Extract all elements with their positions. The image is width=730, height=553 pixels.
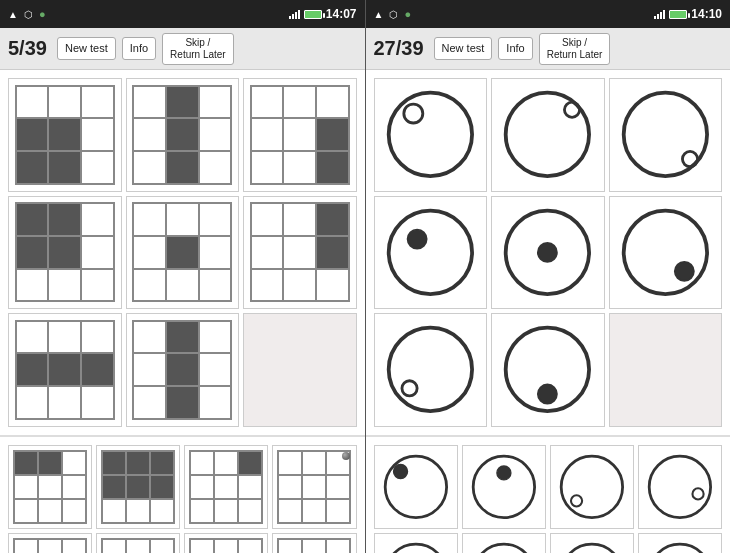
circle-answer-1[interactable] bbox=[374, 445, 458, 529]
answer-cell-7[interactable] bbox=[184, 533, 268, 553]
grid-pattern-5 bbox=[132, 202, 232, 302]
svg-point-24 bbox=[385, 544, 446, 553]
matrix-cell-3-3-empty bbox=[243, 313, 357, 427]
svg-point-10 bbox=[624, 211, 707, 294]
svg-point-15 bbox=[538, 385, 557, 404]
svg-point-9 bbox=[538, 243, 557, 262]
circle-answer-4[interactable] bbox=[638, 445, 722, 529]
circle-answer-5[interactable] bbox=[374, 533, 458, 553]
battery-icon-1 bbox=[304, 10, 322, 19]
svg-point-5 bbox=[682, 152, 697, 167]
svg-point-12 bbox=[389, 328, 472, 411]
svg-point-16 bbox=[385, 456, 446, 517]
battery-icon-2 bbox=[669, 10, 687, 19]
svg-point-19 bbox=[497, 466, 511, 480]
signal-icon-1 bbox=[289, 10, 300, 19]
matrix-cell-1-3 bbox=[243, 78, 357, 192]
grid-pattern-4 bbox=[15, 202, 115, 302]
status-right-1: 14:07 bbox=[289, 7, 357, 21]
matrix-cell-1-1 bbox=[8, 78, 122, 192]
svg-point-17 bbox=[393, 464, 407, 478]
status-right-2: 14:10 bbox=[654, 7, 722, 21]
answers-grid-1 bbox=[0, 437, 365, 554]
status-bar-2: ▲ ⬡ ● 14:10 bbox=[366, 0, 731, 28]
skip-button-1[interactable]: Skip / Return Later bbox=[162, 33, 234, 65]
svg-point-26 bbox=[473, 544, 534, 553]
time-display-2: 14:10 bbox=[691, 7, 722, 21]
svg-point-1 bbox=[404, 104, 423, 123]
grid-pattern-3 bbox=[250, 85, 350, 185]
circle-cell-3-1 bbox=[374, 313, 488, 427]
selected-indicator bbox=[342, 452, 350, 460]
svg-point-0 bbox=[389, 93, 472, 176]
matrix-grid-2 bbox=[366, 70, 731, 437]
answers-grid-2 bbox=[366, 437, 731, 554]
skip-button-2[interactable]: Skip / Return Later bbox=[539, 33, 611, 65]
matrix-cell-2-1 bbox=[8, 196, 122, 310]
svg-point-20 bbox=[561, 456, 622, 517]
answer-cell-8[interactable] bbox=[272, 533, 356, 553]
signal-icon-2 bbox=[654, 10, 665, 19]
svg-point-30 bbox=[649, 544, 710, 553]
circle-answer-3[interactable] bbox=[550, 445, 634, 529]
toolbar-1: 5/39 New test Info Skip / Return Later bbox=[0, 28, 365, 70]
circle-cell-2-3 bbox=[609, 196, 723, 310]
android-icon: ● bbox=[39, 8, 46, 20]
circle-cell-1-2 bbox=[491, 78, 605, 192]
svg-point-22 bbox=[649, 456, 710, 517]
question-number-2: 27/39 bbox=[374, 37, 424, 60]
circle-answer-7[interactable] bbox=[550, 533, 634, 553]
svg-point-3 bbox=[565, 103, 580, 118]
triangle-icon: ▲ bbox=[8, 9, 18, 20]
matrix-cell-1-2 bbox=[126, 78, 240, 192]
svg-point-13 bbox=[402, 381, 417, 396]
circle-cell-2-2 bbox=[491, 196, 605, 310]
grid-pattern-8 bbox=[132, 320, 232, 420]
circle-cell-2-1 bbox=[374, 196, 488, 310]
answer-cell-5[interactable] bbox=[8, 533, 92, 553]
svg-point-23 bbox=[692, 488, 703, 499]
info-button-1[interactable]: Info bbox=[122, 37, 156, 59]
new-test-button-2[interactable]: New test bbox=[434, 37, 493, 59]
android-icon-2: ● bbox=[404, 8, 411, 20]
matrix-cell-2-3 bbox=[243, 196, 357, 310]
answer-cell-6[interactable] bbox=[96, 533, 180, 553]
grid-pattern-7 bbox=[15, 320, 115, 420]
svg-point-6 bbox=[389, 211, 472, 294]
circle-cell-3-3-empty bbox=[609, 313, 723, 427]
status-left-1: ▲ ⬡ ● bbox=[8, 8, 46, 20]
usb-icon: ⬡ bbox=[24, 9, 33, 20]
question-number-1: 5/39 bbox=[8, 37, 47, 60]
triangle-icon-2: ▲ bbox=[374, 9, 384, 20]
grid-pattern-6 bbox=[250, 202, 350, 302]
circle-cell-1-1 bbox=[374, 78, 488, 192]
phone-1: ▲ ⬡ ● 14:07 5/39 New test Info Skip / Re… bbox=[0, 0, 365, 553]
info-button-2[interactable]: Info bbox=[498, 37, 532, 59]
matrix-cell-2-2 bbox=[126, 196, 240, 310]
circle-answer-2[interactable] bbox=[462, 445, 546, 529]
main-area-1 bbox=[0, 70, 365, 553]
grid-pattern-1 bbox=[15, 85, 115, 185]
svg-point-11 bbox=[675, 262, 694, 281]
matrix-grid-1 bbox=[0, 70, 365, 437]
matrix-cell-3-2 bbox=[126, 313, 240, 427]
circle-answer-6[interactable] bbox=[462, 533, 546, 553]
answer-cell-3[interactable] bbox=[184, 445, 268, 529]
circle-answer-8[interactable] bbox=[638, 533, 722, 553]
svg-point-21 bbox=[571, 495, 582, 506]
grid-pattern-2 bbox=[132, 85, 232, 185]
toolbar-2: 27/39 New test Info Skip / Return Later bbox=[366, 28, 731, 70]
main-area-2 bbox=[366, 70, 731, 553]
answer-cell-1[interactable] bbox=[8, 445, 92, 529]
circle-cell-1-3 bbox=[609, 78, 723, 192]
status-bar-1: ▲ ⬡ ● 14:07 bbox=[0, 0, 365, 28]
answer-cell-4[interactable] bbox=[272, 445, 356, 529]
answer-cell-2[interactable] bbox=[96, 445, 180, 529]
svg-point-28 bbox=[561, 544, 622, 553]
new-test-button-1[interactable]: New test bbox=[57, 37, 116, 59]
phone-2: ▲ ⬡ ● 14:10 27/39 New test Info Skip / R… bbox=[366, 0, 731, 553]
matrix-cell-3-1 bbox=[8, 313, 122, 427]
svg-point-7 bbox=[407, 229, 426, 248]
status-left-2: ▲ ⬡ ● bbox=[374, 8, 412, 20]
usb-icon-2: ⬡ bbox=[389, 9, 398, 20]
